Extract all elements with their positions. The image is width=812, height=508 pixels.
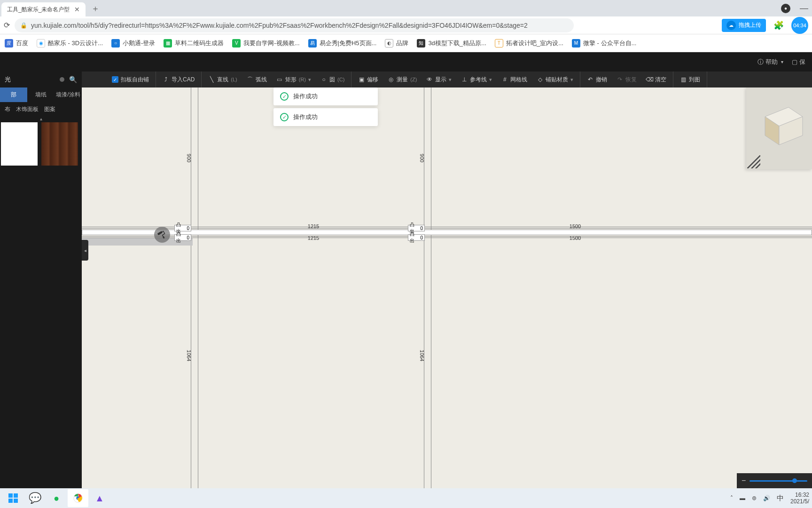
offset-input-top[interactable]: 凸出0 bbox=[174, 225, 191, 231]
zoom-out-icon[interactable]: − bbox=[742, 476, 746, 485]
clear-button[interactable]: ⌫ 清空 bbox=[641, 71, 671, 87]
status-dot-icon bbox=[60, 77, 64, 82]
wall-vertical[interactable] bbox=[424, 87, 431, 488]
bookmark-caoliao[interactable]: ▦草料二维码生成器 bbox=[164, 39, 224, 48]
offset-tool[interactable]: ▣ 偏移 bbox=[353, 71, 383, 87]
wall-vertical[interactable] bbox=[191, 87, 198, 488]
taskbar-wechat[interactable]: 💬 bbox=[24, 489, 45, 507]
bookmark-3dmodel[interactable]: 知3d模型下载_精品原... bbox=[417, 39, 486, 48]
chevron-down-icon: ▾ bbox=[449, 77, 452, 83]
material-menu[interactable]: ◇ 铺贴材质 ▾ bbox=[532, 71, 578, 87]
redo-button[interactable]: ↷ 恢复 bbox=[612, 71, 641, 87]
help-icon: ⓘ bbox=[757, 58, 764, 66]
bookmark-xiaoetong[interactable]: ○小鹅通-登录 bbox=[111, 39, 155, 48]
check-circle-icon: ✓ bbox=[280, 92, 289, 101]
dim-label: 1215 bbox=[307, 235, 320, 241]
zoom-slider[interactable] bbox=[750, 480, 807, 482]
wifi-icon[interactable]: ⊚ bbox=[752, 495, 757, 501]
arc-tool[interactable]: ⌒ 弧线 bbox=[242, 71, 272, 87]
profile-icon[interactable]: ● bbox=[781, 4, 790, 13]
taskbar-music[interactable]: ● bbox=[46, 489, 67, 507]
resize-handle-icon[interactable] bbox=[747, 155, 760, 168]
volume-icon[interactable]: 🔊 bbox=[763, 495, 770, 501]
search-icon[interactable]: 🔍 bbox=[69, 76, 77, 83]
material-swatches bbox=[0, 120, 82, 167]
beam[interactable] bbox=[82, 230, 812, 235]
bookmark-eqxiu[interactable]: 易易企秀|免费H5页面... bbox=[308, 39, 377, 48]
offset-input-top[interactable]: 凸出0 bbox=[408, 225, 425, 231]
offset-input-bottom[interactable]: 凸出0 bbox=[408, 234, 425, 241]
bookmark-tuozhe[interactable]: T拓者设计吧_室内设... bbox=[495, 39, 563, 48]
panel-collapse-tab[interactable]: ◂ bbox=[82, 240, 88, 261]
sidebar-tab-all[interactable]: 部 bbox=[0, 87, 27, 102]
drag-upload-button[interactable]: ☁ 拖拽上传 bbox=[722, 19, 766, 32]
svg-rect-5 bbox=[8, 493, 13, 498]
timer-badge[interactable]: 04:34 bbox=[791, 17, 808, 34]
sidebar-sub-wood[interactable]: 木饰面板 bbox=[16, 105, 39, 113]
browser-tab[interactable]: 工具_酷家乐_未命名户型 ✕ bbox=[1, 2, 86, 16]
taskbar-app[interactable]: ▲ bbox=[89, 489, 110, 507]
sidebar-tab-paint[interactable]: 墙漆/涂料 bbox=[55, 87, 82, 102]
sidebar: 光 🔍 部 墙纸 墙漆/涂料 布 木饰面板 图案 ▴ bbox=[0, 71, 82, 488]
preview-3d[interactable] bbox=[746, 87, 812, 169]
material-icon: ◇ bbox=[537, 76, 543, 83]
sidebar-tabs: 部 墙纸 墙漆/涂料 bbox=[0, 87, 82, 102]
snap-toggle[interactable]: ✓ 扣板自由铺 bbox=[107, 71, 154, 87]
zoom-knob[interactable] bbox=[792, 478, 797, 483]
rect-icon: ▭ bbox=[276, 76, 283, 83]
help-button[interactable]: ⓘ 帮助 bbox=[757, 58, 783, 66]
grid-button[interactable]: # 网格线 bbox=[497, 71, 532, 87]
new-tab-button[interactable]: ＋ bbox=[91, 3, 100, 14]
bookmark-51zxw[interactable]: V我要自学网-视频教... bbox=[232, 39, 299, 48]
dim-label: 1215 bbox=[307, 223, 320, 229]
start-button[interactable] bbox=[3, 489, 23, 507]
tab-title: 工具_酷家乐_未命名户型 bbox=[7, 6, 70, 14]
offset-input-bottom[interactable]: 凸出0 bbox=[174, 234, 191, 241]
url-field[interactable]: 🔒 yun.kujiale.com/tool/h5/diy?redirectur… bbox=[15, 18, 574, 32]
toast-success: ✓ 操作成功 bbox=[273, 108, 378, 126]
bookmark-kujiale[interactable]: ◉酷家乐 - 3D云设计... bbox=[37, 39, 103, 48]
bookmark-weiqing[interactable]: M微擎 - 公众平台自... bbox=[572, 39, 636, 48]
dim-label: 1500 bbox=[569, 235, 582, 241]
map-icon: ▥ bbox=[680, 76, 687, 83]
close-tab-icon[interactable]: ✕ bbox=[74, 6, 80, 13]
eye-icon: 👁 bbox=[426, 76, 433, 83]
import-cad-button[interactable]: ⤴ 导入CAD bbox=[158, 71, 199, 87]
reload-icon[interactable]: ⟳ bbox=[4, 21, 10, 30]
sidebar-sub-cloth[interactable]: 布 bbox=[5, 105, 10, 113]
extensions-icon[interactable]: 🧩 bbox=[773, 20, 784, 31]
toolbar: ✓ 扣板自由铺 ⤴ 导入CAD ╲ 直线 (L) ⌒ 弧线 bbox=[82, 71, 812, 87]
toast-success: ✓ 操作成功 bbox=[273, 87, 378, 105]
check-circle-icon: ✓ bbox=[280, 113, 289, 121]
undo-button[interactable]: ↶ 撤销 bbox=[582, 71, 612, 87]
clear-icon: ⌫ bbox=[646, 76, 653, 83]
tray-chevron-icon[interactable]: ˄ bbox=[730, 495, 733, 501]
lock-icon: 🔒 bbox=[20, 22, 27, 29]
wall-horizontal[interactable] bbox=[82, 227, 812, 229]
display-menu[interactable]: 👁 显示 ▾ bbox=[422, 71, 456, 87]
rect-tool[interactable]: ▭ 矩形 (R) ▾ bbox=[272, 71, 316, 87]
canvas[interactable]: ✓ 操作成功 ✓ 操作成功 ◂ 900 900 1064 1064 bbox=[82, 87, 812, 488]
refline-menu[interactable]: ⊥ 参考线 ▾ bbox=[456, 71, 497, 87]
bookmark-brand[interactable]: ◐品牌 bbox=[385, 39, 408, 48]
taskbar-chrome[interactable] bbox=[68, 489, 88, 507]
minimize-window-icon[interactable]: — bbox=[800, 3, 808, 13]
swatch-wood[interactable] bbox=[41, 122, 78, 166]
bookmark-baidu[interactable]: 度百度 bbox=[5, 39, 28, 48]
swatch-white[interactable] bbox=[1, 122, 38, 166]
sidebar-tab-wallpaper[interactable]: 墙纸 bbox=[27, 87, 55, 102]
refline-icon: ⊥ bbox=[461, 76, 468, 83]
to-view-button[interactable]: ▥ 到图 bbox=[675, 71, 705, 87]
circle-tool[interactable]: ○ 圆 (C) bbox=[316, 71, 349, 87]
measure-tool[interactable]: ◎ 测量 (Z) bbox=[383, 71, 422, 87]
sidebar-collapse-icon[interactable]: ▴ bbox=[0, 117, 82, 120]
sidebar-sub-pattern[interactable]: 图案 bbox=[44, 105, 55, 113]
line-tool[interactable]: ╲ 直线 (L) bbox=[203, 71, 242, 87]
clock[interactable]: 16:32 2021/5/ bbox=[790, 492, 809, 505]
arc-icon: ⌒ bbox=[247, 76, 253, 83]
ime-indicator[interactable]: 中 bbox=[777, 494, 784, 503]
dim-label: 1064 bbox=[418, 350, 426, 361]
save-button[interactable]: ▢ 保 bbox=[792, 58, 805, 66]
battery-icon[interactable]: ▬ bbox=[740, 495, 745, 501]
browser-tab-strip: 工具_酷家乐_未命名户型 ✕ ＋ ● — bbox=[0, 0, 812, 16]
